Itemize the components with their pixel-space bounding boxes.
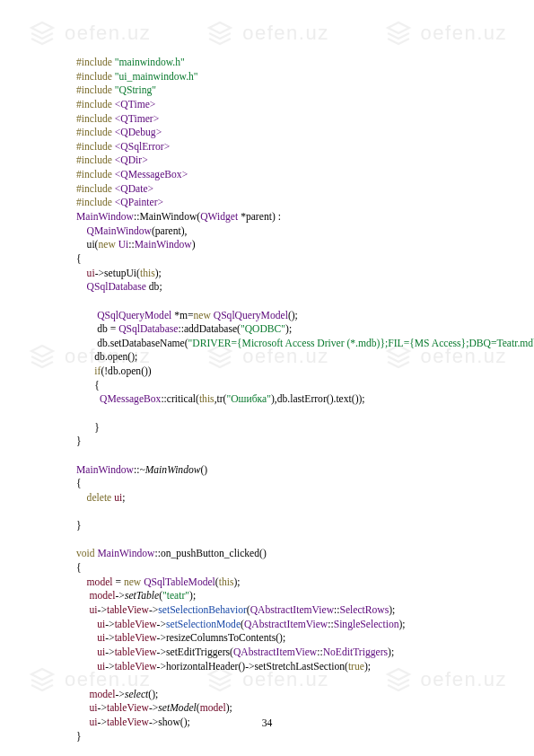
code-token: -> [115, 590, 124, 602]
code-token: model [200, 702, 226, 714]
code-token [76, 661, 97, 672]
code-line: db = QSqlDatabase::addDatabase("QODBC"); [76, 322, 478, 337]
code-token: true [348, 661, 364, 672]
code-token: -> [105, 646, 114, 658]
code-token: ->horizontalHeader()->setStretchLastSect… [157, 661, 348, 672]
code-token: { [76, 562, 82, 574]
code-token: db.open(); [76, 351, 137, 363]
code-token: tableView [115, 619, 157, 630]
code-token [76, 225, 87, 237]
code-token: { [76, 253, 82, 265]
code-token: <QMessageBox> [115, 169, 188, 180]
code-token: ); [389, 604, 395, 616]
code-token [76, 492, 87, 504]
code-token: ui [97, 646, 105, 658]
code-token: ::addDatabase( [178, 323, 241, 335]
code-token: #include [76, 84, 112, 96]
code-token: ; [122, 492, 125, 504]
code-token [76, 619, 97, 630]
code-token: db.setDatabaseName( [76, 338, 188, 349]
code-token: new [194, 310, 211, 321]
code-token: #include [76, 154, 112, 166]
code-token: QMessageBox [100, 393, 161, 405]
code-token: (); [288, 310, 298, 321]
page-content: #include "mainwindow.h"#include "ui_main… [0, 0, 534, 756]
code-token [76, 268, 87, 279]
code-token: tableView [107, 702, 149, 714]
code-token: -> [149, 604, 158, 616]
code-token [76, 281, 87, 293]
code-line: #include <QPainter> [76, 196, 478, 210]
code-token: } [76, 731, 82, 743]
code-token: { [76, 478, 82, 489]
code-token: <QDir> [115, 154, 148, 166]
code-token [76, 604, 90, 616]
code-line: ui->tableView->horizontalHeader()->setSt… [76, 660, 478, 674]
code-token: <QPainter> [115, 197, 163, 208]
code-token: QWidget [200, 211, 238, 223]
code-line: #include <QDebug> [76, 126, 478, 140]
code-token: <QTime> [115, 99, 156, 110]
code-line: ui->setupUi(this); [76, 267, 478, 281]
code-token: #include [76, 169, 112, 180]
code-line: { [76, 561, 478, 576]
code-token: QSqlDatabase [87, 281, 146, 293]
code-token: setTable [125, 590, 159, 602]
code-line: MainWindow::~MainWindow() [76, 463, 478, 478]
code-token: this [219, 576, 234, 588]
code-token: ::critical( [161, 393, 199, 405]
code-line: #include <QMessageBox> [76, 168, 478, 182]
code-line: { [76, 477, 478, 491]
code-token: () [201, 464, 208, 476]
code-token: -> [115, 689, 124, 700]
code-token: QSqlTableModel [144, 576, 215, 588]
code-token: "teatr" [162, 590, 189, 602]
code-line: QMessageBox::critical(this,tr("Ошибка"),… [76, 392, 478, 407]
code-token [76, 506, 79, 518]
code-token: ); [285, 323, 292, 335]
page-number: 34 [0, 716, 534, 731]
code-token: QAbstractItemView [244, 619, 328, 630]
code-token: "mainwindow.h" [115, 57, 185, 68]
code-token: -> [157, 619, 166, 630]
code-token [76, 534, 79, 546]
code-token: -> [105, 619, 114, 630]
code-token: tableView [107, 604, 149, 616]
code-token: setModel [158, 702, 197, 714]
code-token: #include [76, 57, 112, 68]
code-token: -> [98, 702, 107, 714]
code-token [76, 674, 79, 686]
code-token: } [76, 422, 100, 434]
code-line: #include <QTimer> [76, 112, 478, 127]
code-token: "QString" [115, 84, 156, 96]
code-token [76, 295, 79, 307]
code-token: tableView [115, 632, 157, 644]
code-token: #include [76, 141, 112, 153]
code-token: ); [234, 576, 241, 588]
code-token: MainWindow [76, 464, 134, 476]
code-token: ); [364, 661, 371, 672]
code-token: select [125, 689, 148, 700]
code-token: new [98, 239, 115, 251]
code-token: ~MainWindow [139, 464, 200, 476]
code-token: <QSqlError> [115, 141, 170, 153]
code-token: tableView [115, 646, 157, 658]
code-token [76, 310, 97, 321]
code-token: ui [90, 702, 98, 714]
code-line: ui->tableView->setEditTriggers(QAbstract… [76, 646, 478, 660]
source-code-block: #include "mainwindow.h"#include "ui_main… [76, 56, 478, 756]
code-token: SelectRows [339, 604, 389, 616]
code-token: QAbstractItemView [233, 646, 317, 658]
code-line: #include <QDate> [76, 182, 478, 197]
code-token [76, 408, 79, 419]
code-line [76, 743, 478, 756]
code-line: #include "QString" [76, 84, 478, 98]
code-line: ui(new Ui::MainWindow) [76, 238, 478, 252]
code-token: } [76, 520, 82, 532]
code-token: #include [76, 127, 112, 138]
code-token: model [87, 576, 113, 588]
code-token: <QDebug> [115, 127, 162, 138]
code-token: delete [87, 492, 112, 504]
code-token: ::on_pushButton_clicked() [154, 548, 266, 559]
code-line: QSqlDatabase db; [76, 280, 478, 294]
